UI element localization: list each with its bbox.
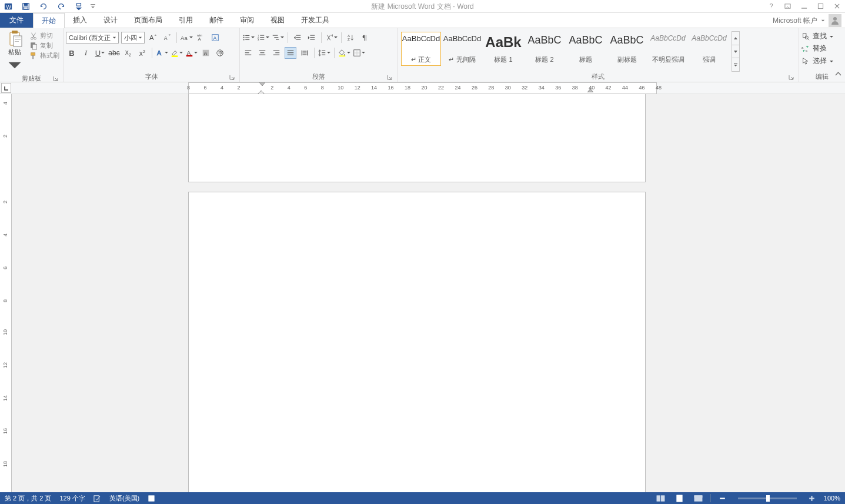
align-center-icon[interactable] [256,47,268,59]
zoom-out-icon[interactable] [716,493,730,503]
font-name-combo[interactable]: Calibri (西文正 [66,32,119,44]
styles-dialog-launcher[interactable] [787,74,795,81]
svg-rect-75 [307,51,308,56]
format-painter-button[interactable]: 格式刷 [29,51,59,60]
close-icon[interactable] [829,0,845,12]
page-1[interactable] [188,94,646,182]
align-right-icon[interactable] [270,47,282,59]
tab-insert[interactable]: 插入 [65,13,95,28]
zoom-slider[interactable] [738,498,797,499]
save-icon[interactable] [19,1,32,12]
tab-design[interactable]: 设计 [95,13,126,28]
italic-icon[interactable]: I [80,47,92,59]
tab-mailings[interactable]: 邮件 [201,13,232,28]
style-item-6[interactable]: AaBbCcDd不明显强调 [648,32,688,66]
phonetic-guide-icon[interactable]: wénA [195,32,207,44]
character-shading-icon[interactable]: A [200,47,212,59]
tab-view[interactable]: 视图 [262,13,293,28]
highlight-color-icon[interactable] [171,47,183,59]
strikethrough-icon[interactable]: abc [108,47,120,59]
replace-button[interactable]: ac替换 [801,44,833,54]
gallery-scroll-down[interactable] [732,45,739,59]
text-effects-icon[interactable]: A [156,47,168,59]
shrink-font-icon[interactable]: A [161,32,173,44]
status-page[interactable]: 第 2 页，共 2 页 [5,494,51,503]
view-web-layout-icon[interactable] [692,493,706,503]
collapse-ribbon-icon[interactable] [835,71,841,79]
tab-developer[interactable]: 开发工具 [293,13,338,28]
style-item-2[interactable]: AaBk标题 1 [483,32,523,66]
tab-page-layout[interactable]: 页面布局 [126,13,171,28]
distributed-icon[interactable] [299,47,310,59]
status-language[interactable]: 英语(美国) [109,494,139,503]
bullets-icon[interactable] [242,32,255,44]
style-item-5[interactable]: AaBbC副标题 [607,32,647,66]
tab-home[interactable]: 开始 [33,13,65,28]
zoom-level[interactable]: 100% [824,495,840,502]
tab-references[interactable]: 引用 [171,13,201,28]
vertical-ruler[interactable]: 4224681012141618 [0,94,12,492]
decrease-indent-icon[interactable] [292,32,303,44]
style-item-7[interactable]: AaBbCcDd强调 [689,32,729,66]
increase-indent-icon[interactable] [306,32,318,44]
view-read-mode-icon[interactable] [654,493,668,503]
enclose-characters-icon[interactable]: 字 [214,47,226,59]
qat-customize-icon[interactable] [72,1,85,12]
change-case-icon[interactable]: Aa [181,32,193,44]
multilevel-list-icon[interactable] [272,32,284,44]
character-border-icon[interactable]: A [209,32,221,44]
align-left-icon[interactable] [242,47,254,59]
cut-button[interactable]: 剪切 [29,31,59,40]
account-area[interactable]: Microsoft 帐户 [773,13,841,28]
show-marks-icon[interactable] [359,32,371,44]
underline-icon[interactable]: U [94,47,106,59]
borders-icon[interactable] [353,47,365,59]
horizontal-ruler[interactable]: 8642246810121416182022242628303234363840… [188,82,657,94]
asian-layout-icon[interactable] [325,32,338,44]
right-indent-marker[interactable] [587,86,593,94]
superscript-icon[interactable]: x2 [136,47,148,59]
qat-more-icon[interactable] [90,1,96,12]
shading-icon[interactable] [338,47,350,59]
first-line-indent-marker[interactable] [259,82,265,86]
gallery-scroll-up[interactable] [732,32,739,45]
clipboard-dialog-launcher[interactable] [52,75,59,82]
subscript-icon[interactable]: x2 [122,47,134,59]
style-item-0[interactable]: AaBbCcDd↵ 正文 [401,32,441,66]
status-proofing-icon[interactable] [93,495,101,502]
font-dialog-launcher[interactable] [228,74,236,81]
help-icon[interactable]: ? [763,0,779,12]
numbering-icon[interactable]: 123 [257,32,269,44]
style-item-3[interactable]: AaBbC标题 2 [525,32,565,66]
gallery-expand[interactable] [732,58,739,71]
style-item-4[interactable]: AaBbC标题 [566,32,606,66]
zoom-in-icon[interactable] [805,493,819,503]
view-print-layout-icon[interactable] [673,493,687,503]
tab-review[interactable]: 审阅 [232,13,262,28]
sort-icon[interactable]: AZ [345,32,357,44]
select-button[interactable]: 选择 [801,56,833,66]
tab-stop-selector[interactable] [1,83,11,93]
font-color-icon[interactable]: A [185,47,198,59]
undo-icon[interactable] [37,1,50,12]
status-macro-icon[interactable] [148,495,155,502]
grow-font-icon[interactable]: A [147,32,159,44]
redo-icon[interactable] [55,1,68,12]
word-app-icon[interactable]: W [2,1,15,12]
bold-icon[interactable]: B [66,47,78,59]
copy-button[interactable]: 复制 [29,41,59,50]
page-2[interactable] [188,192,646,492]
zoom-slider-thumb[interactable] [766,495,770,502]
paragraph-dialog-launcher[interactable] [386,74,393,81]
justify-icon[interactable] [285,47,296,59]
tab-file[interactable]: 文件 [0,13,33,28]
maximize-icon[interactable] [812,0,829,12]
find-button[interactable]: 查找 [801,31,833,41]
status-word-count[interactable]: 129 个字 [59,494,85,503]
style-item-1[interactable]: AaBbCcDd↵ 无间隔 [442,32,482,66]
font-size-combo[interactable]: 小四 [121,32,145,44]
ribbon-display-options-icon[interactable] [779,0,796,12]
minimize-icon[interactable] [796,0,812,12]
paste-button[interactable]: 粘贴 [4,30,26,74]
line-spacing-icon[interactable] [318,47,330,59]
